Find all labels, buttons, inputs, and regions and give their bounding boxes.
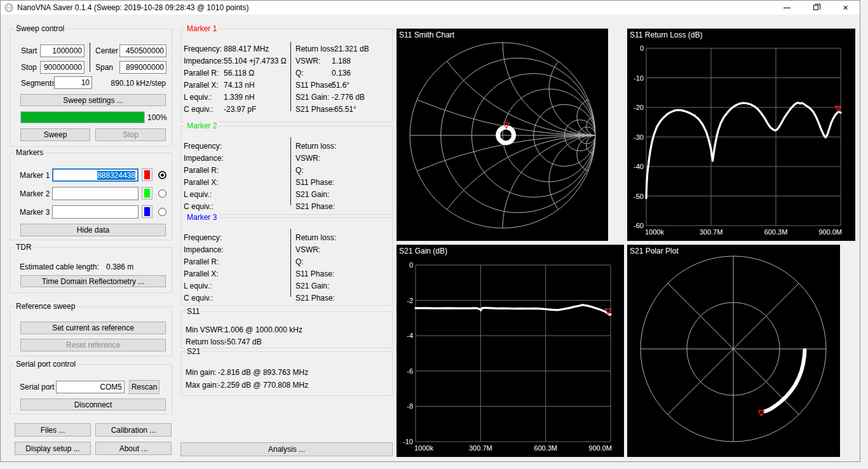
s21-polar-plot[interactable]: S21 Polar Plot (627, 245, 840, 457)
disconnect-button[interactable]: Disconnect (20, 398, 166, 411)
marker1-color-swatch (144, 170, 150, 179)
s21-row-label: Max gain: (186, 381, 219, 390)
detail-label: Parallel R: (184, 69, 219, 78)
y-tick-label: -10 (634, 74, 644, 82)
s11-return-loss-chart[interactable]: S11 Return Loss (dB)1000k300.7M600.3M900… (627, 29, 855, 241)
display-setup-button[interactable]: Display setup ... (15, 442, 91, 455)
x-tick-label: 1000k (414, 444, 433, 452)
x-tick-label: 900.0M (818, 228, 842, 236)
marker3-detail-title: Marker 3 (185, 213, 219, 222)
detail-value: -65.51° (332, 105, 356, 114)
tdr-button[interactable]: Time Domain Reflectometry ... (20, 275, 166, 287)
minimize-button[interactable] (773, 1, 801, 15)
s11-summary-box: S11 Min VSWR: 1.006 @ 1000.000 kHz Retur… (180, 311, 393, 348)
sweep-settings-button[interactable]: Sweep settings ... (20, 94, 166, 106)
y-tick-label: -20 (634, 104, 644, 111)
set-reference-button[interactable]: Set current as reference (20, 322, 166, 334)
marker1-color-button[interactable] (142, 168, 153, 181)
detail-label: S21 Phase: (295, 202, 335, 211)
calibration-button[interactable]: Calibration ... (95, 423, 172, 437)
files-button[interactable]: Files ... (15, 423, 91, 437)
detail-label: VSWR: (295, 245, 320, 254)
progress-label: 100% (147, 113, 167, 122)
titlebar: NanoVNA Saver 0.1.4 (Sweep: 2019-10-28 0… (1, 1, 860, 15)
progress-fill (21, 112, 144, 123)
s21-row-value: -2.259 dB @ 770.808 MHz (218, 381, 308, 390)
about-button[interactable]: About ... (95, 442, 172, 455)
y-tick-label: -60 (634, 222, 644, 229)
chart-title: S21 Polar Plot (630, 247, 679, 255)
detail-label: Q: (295, 257, 304, 266)
hide-data-button[interactable]: Hide data (20, 224, 166, 236)
cable-length-label: Estimated cable length: (20, 262, 99, 271)
app-window: NanoVNA Saver 0.1.4 (Sweep: 2019-10-28 0… (0, 0, 860, 462)
x-tick-label: 1000k (645, 228, 664, 236)
serial-port-label: Serial port (20, 383, 55, 391)
marker3-input[interactable] (52, 205, 139, 219)
center-input[interactable] (119, 44, 166, 57)
group-title: Reference sweep (14, 302, 77, 311)
minimize-icon (783, 8, 790, 8)
divider (290, 42, 291, 111)
detail-value: 1.188 (332, 57, 351, 65)
s11-row-label: Return loss: (186, 337, 226, 346)
segments-label: Segments (21, 79, 55, 88)
s11-smith-chart[interactable]: S11 Smith Chart (397, 29, 608, 241)
marker3-detail-box: Marker 3 Frequency:Impedance:Parallel R:… (180, 217, 393, 306)
rescan-button[interactable]: Rescan (129, 380, 159, 394)
detail-label: Parallel R: (184, 166, 219, 175)
restore-button[interactable] (802, 1, 831, 15)
group-title: Markers (14, 148, 45, 157)
detail-value: 56.118 Ω (224, 69, 254, 78)
y-tick-label: -30 (634, 133, 644, 141)
sweep-button[interactable]: Sweep (20, 128, 90, 141)
stop-button[interactable]: Stop (95, 128, 166, 141)
center-label: Center (95, 46, 118, 55)
close-icon: × (831, 2, 860, 13)
analysis-button[interactable]: Analysis ... (180, 442, 393, 456)
detail-value: -2.776 dB (332, 93, 365, 102)
marker2-color-button[interactable] (142, 187, 153, 200)
s11-summary-title: S11 (185, 307, 201, 316)
stop-input[interactable] (40, 61, 85, 74)
divider (90, 43, 90, 72)
segments-input[interactable] (54, 76, 92, 89)
group-title: Serial port control (14, 360, 78, 369)
detail-label: Impedance: (184, 57, 224, 65)
detail-label: Frequency: (184, 44, 222, 53)
span-input[interactable] (119, 61, 166, 74)
s11-row-label: Min VSWR: (186, 325, 225, 334)
detail-label: C equiv.: (184, 105, 213, 114)
detail-label: S11 Phase: (295, 269, 334, 278)
data-trace (416, 305, 611, 315)
start-input[interactable] (40, 44, 85, 57)
s21-polar-plot-canvas: S21 Polar Plot (627, 245, 840, 457)
detail-label: Frequency: (184, 142, 222, 151)
y-tick-label: -6 (407, 367, 413, 375)
polar-spoke (668, 283, 733, 349)
detail-label: Parallel X: (184, 178, 219, 187)
y-tick-label: -2 (407, 297, 413, 304)
restore-icon (813, 5, 818, 10)
s21-gain-chart[interactable]: S21 Gain (dB)1000k300.7M600.3M900.0M0-2-… (397, 245, 624, 457)
close-button[interactable]: × (831, 1, 860, 15)
marker3-label: Marker 3 (20, 208, 50, 217)
y-tick-label: -50 (634, 193, 644, 200)
serial-port-input[interactable] (56, 381, 125, 393)
reset-reference-button[interactable]: Reset reference (20, 339, 166, 351)
detail-label: L equiv.: (184, 190, 212, 199)
marker2-input[interactable] (52, 187, 139, 200)
y-tick-label: -10 (403, 438, 413, 445)
marker1-value: 888324438 (97, 171, 135, 180)
marker1-detail-title: Marker 1 (185, 24, 219, 33)
marker1-label: Marker 1 (20, 171, 50, 180)
marker3-color-button[interactable] (142, 205, 153, 218)
sweep-progress-bar (20, 111, 145, 123)
detail-value: 51.6° (332, 81, 349, 90)
marker2-radio[interactable] (158, 189, 166, 198)
detail-label: S11 Phase: (295, 81, 334, 90)
detail-label: S11 Phase: (295, 178, 334, 187)
marker1-radio[interactable] (158, 171, 166, 179)
marker3-radio[interactable] (158, 208, 166, 216)
marker1-input[interactable]: 888324438 (52, 168, 139, 182)
